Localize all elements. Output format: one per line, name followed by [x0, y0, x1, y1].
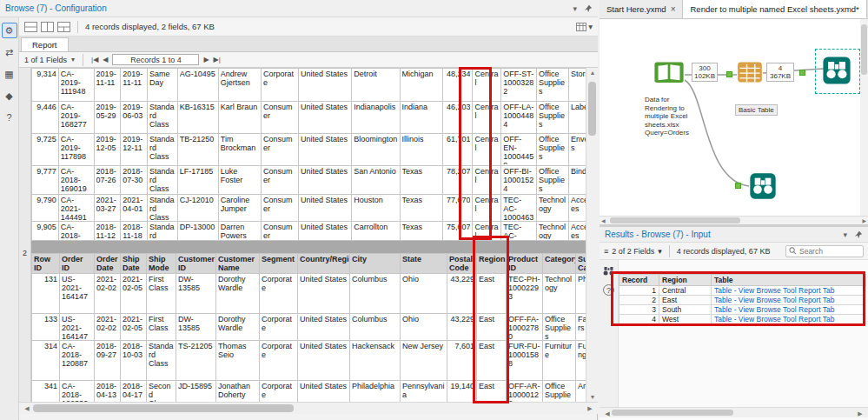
- chevron-down-icon[interactable]: ▾: [588, 22, 593, 31]
- chevron-down-icon[interactable]: ▾: [71, 56, 75, 63]
- report-cell: Storage: [568, 69, 586, 102]
- report-cell: Pennsylvania: [401, 381, 447, 403]
- chevron-down-icon[interactable]: ▾: [843, 230, 847, 239]
- scroll-right-icon[interactable]: ▶: [584, 405, 596, 412]
- report-cell: US-2021-164147: [60, 274, 95, 314]
- report-cell: Furnishings: [576, 341, 586, 381]
- canvas-vertical-scrollbar[interactable]: [860, 19, 868, 216]
- scroll-down-icon[interactable]: ▼: [586, 394, 598, 400]
- help-icon[interactable]: ?: [603, 284, 614, 296]
- report-cell: Illinois: [400, 134, 442, 166]
- report-column-header: Sub-Category: [576, 254, 586, 274]
- gear-icon[interactable]: ⚙: [2, 23, 17, 38]
- results-column-header[interactable]: Table: [712, 275, 866, 286]
- grid-view-icon[interactable]: ▦: [2, 66, 17, 82]
- input-data-tool[interactable]: [653, 59, 685, 87]
- workflow-canvas[interactable]: 300 102KB Data for Rendering to multiple…: [600, 19, 868, 216]
- next-record-button[interactable]: ▶: [203, 56, 209, 63]
- scrollbar-thumb[interactable]: [588, 82, 596, 136]
- report-cell: LF-17185: [177, 166, 218, 195]
- report-cell: 78,207: [442, 166, 473, 195]
- rows-view-icon[interactable]: ≡: [604, 247, 608, 256]
- workflow-tab-render-excel[interactable]: Render to multiple named Excel sheets.yx…: [683, 0, 866, 18]
- tab-report[interactable]: Report: [21, 37, 69, 51]
- records-range-box[interactable]: Records 1 to 4: [112, 54, 199, 65]
- connector-anchor[interactable]: [735, 183, 741, 189]
- record-count: 4: [769, 64, 792, 72]
- report-cell: Carrollton: [352, 222, 400, 241]
- report-cell: East: [477, 274, 507, 314]
- scrollbar-thumb[interactable]: [612, 410, 733, 416]
- connector-anchor[interactable]: [726, 71, 732, 77]
- help-icon[interactable]: ?: [2, 110, 17, 125]
- table-options-icon[interactable]: [576, 22, 586, 32]
- split-vertical-icon[interactable]: [41, 22, 54, 32]
- report-cell: 2019-11-11: [94, 69, 121, 102]
- report-table-record-1: 9,314CA-2019-1119482019-11-112019-11-11S…: [31, 68, 586, 241]
- report-tab-link[interactable]: Table - View Browse Tool Report Tab: [712, 296, 866, 305]
- report-cell: Envelopes: [568, 134, 586, 166]
- chevron-down-icon[interactable]: ▾: [573, 4, 577, 13]
- scroll-right-icon[interactable]: ▶: [862, 217, 866, 223]
- browse-tool-input[interactable]: [749, 172, 777, 200]
- split-horizontal-icon[interactable]: [24, 22, 37, 32]
- close-icon[interactable]: ×: [671, 4, 676, 14]
- report-column-header: Category: [543, 254, 576, 274]
- connector-anchor[interactable]: [799, 70, 805, 76]
- report-cell: Technology: [537, 222, 569, 241]
- scroll-left-icon[interactable]: ◀: [21, 405, 33, 412]
- search-input[interactable]: [799, 247, 860, 256]
- chevron-down-icon[interactable]: ▾: [658, 247, 662, 256]
- basic-table-tool[interactable]: [737, 59, 763, 85]
- report-cell: Phones: [576, 274, 586, 314]
- report-cell: Consumer: [261, 195, 298, 222]
- tag-icon[interactable]: ◆: [2, 88, 17, 103]
- results-row: 2EastTable - View Browse Tool Report Tab: [620, 296, 866, 305]
- vertical-scrollbar[interactable]: ▲ ▼: [586, 68, 598, 402]
- report-row: 133US-2021-1641472021-02-022021-02-05Fir…: [32, 314, 586, 341]
- report-cell: 61,701: [442, 134, 473, 166]
- report-cell: Corporate: [260, 341, 298, 381]
- config-side-toolbar: ⚙ ⇄ ▦ ◆ ?: [0, 17, 19, 420]
- horizontal-scrollbar[interactable]: ◀ ▶: [19, 402, 598, 414]
- scroll-right-icon[interactable]: ▶: [854, 410, 866, 417]
- results-column-header[interactable]: Region: [659, 275, 712, 286]
- report-cell: Binders: [568, 166, 586, 195]
- report-cell: 314: [32, 341, 60, 381]
- browse-tool-output[interactable]: [822, 56, 851, 85]
- record-cell: 1: [620, 286, 659, 296]
- canvas-horizontal-scrollbar[interactable]: ◀ ▶: [600, 216, 868, 224]
- search-icon: [789, 247, 797, 255]
- report-row: 9,790CA-2021-1444912021-03-272021-04-01S…: [32, 195, 586, 222]
- results-column-header[interactable]: Record: [620, 275, 659, 286]
- swap-arrows-icon[interactable]: ⇄: [2, 44, 17, 60]
- report-cell: 2021-04-01: [121, 195, 148, 222]
- first-record-button[interactable]: |◀: [91, 56, 98, 63]
- fields-selector[interactable]: 1 of 1 Fields: [24, 56, 67, 64]
- binoculars-icon[interactable]: [602, 265, 615, 277]
- report-tab-link[interactable]: Table - View Browse Tool Report Tab: [712, 315, 866, 324]
- scroll-left-icon[interactable]: ◀: [601, 217, 606, 223]
- scrollbar-thumb[interactable]: [33, 404, 294, 412]
- scroll-up-icon[interactable]: ▲: [586, 70, 598, 76]
- pin-icon[interactable]: [854, 230, 863, 239]
- report-tab-link[interactable]: Table - View Browse Tool Report Tab: [712, 286, 866, 296]
- config-status-text: 4 records displayed, 2 fields, 67 KB: [85, 22, 215, 31]
- split-mixed-icon[interactable]: [57, 22, 70, 32]
- report-cell: Tim Brockman: [218, 134, 261, 166]
- results-horizontal-scrollbar[interactable]: ◀ ▶: [600, 407, 868, 417]
- report-cell: Hackensack: [350, 341, 401, 381]
- search-box[interactable]: [785, 245, 864, 257]
- previous-record-button[interactable]: ◀: [103, 56, 108, 63]
- workflow-tab-start-here[interactable]: Start Here.yxmd ×: [600, 0, 683, 18]
- report-cell: CA-2018-122336: [60, 381, 95, 403]
- results-fields-selector[interactable]: 2 of 2 Fields: [612, 247, 654, 256]
- scrollbar-thumb[interactable]: [610, 217, 740, 223]
- report-cell: 9,905: [32, 222, 59, 241]
- report-cell: CA-2019-111948: [58, 69, 94, 102]
- last-record-button[interactable]: ▶|: [214, 56, 221, 63]
- pin-icon[interactable]: [584, 4, 593, 13]
- report-cell: TS-21205: [176, 341, 216, 381]
- report-tab-link[interactable]: Table - View Browse Tool Report Tab: [712, 305, 866, 315]
- scrollbar-thumb[interactable]: [861, 24, 867, 75]
